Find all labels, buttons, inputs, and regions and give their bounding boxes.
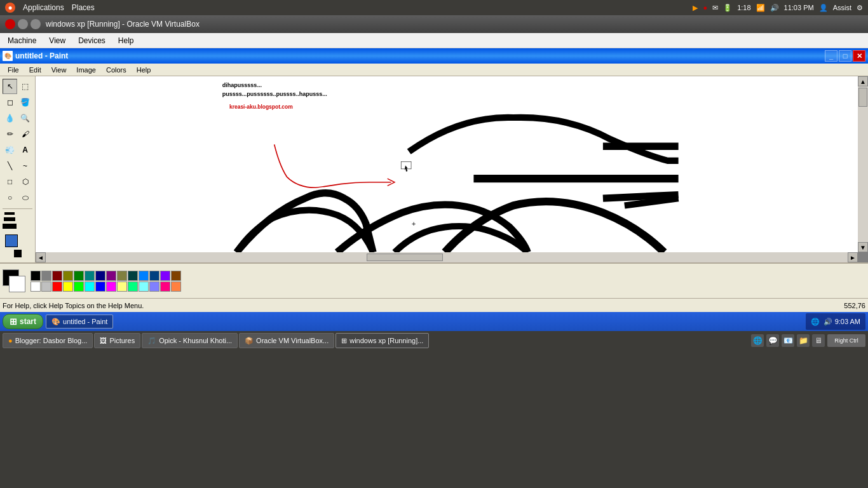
paint-menu-view[interactable]: View (46, 65, 72, 74)
taskbar-bottom-chrome[interactable]: ● Blogger: Dasbor Blog... (3, 333, 93, 348)
tool-row-2: ◻ 🪣 (3, 95, 32, 110)
tool-brush[interactable]: 🖌 (18, 126, 32, 142)
paint-menu-colors[interactable]: Colors (101, 65, 132, 74)
color-black[interactable] (31, 271, 41, 281)
scrollbar-down-button[interactable]: ▼ (858, 242, 868, 252)
tool-text[interactable]: A (18, 142, 32, 158)
color-red[interactable] (52, 281, 62, 292)
vbox-menu-machine[interactable]: Machine (3, 35, 41, 46)
vbox-close-button[interactable] (5, 19, 15, 29)
winxp-icon: ⊞ (341, 337, 347, 345)
color-light-yellow[interactable] (117, 281, 127, 292)
color-light-cyan[interactable] (139, 281, 149, 292)
color-silver[interactable] (41, 281, 51, 292)
paint-menu-image[interactable]: Image (71, 65, 101, 74)
paint-menu-help[interactable]: Help (132, 65, 156, 74)
color-orange[interactable] (171, 281, 181, 292)
color-light-green[interactable] (128, 281, 138, 292)
color-light-blue[interactable] (149, 281, 159, 292)
taskbar-bottom-vbox[interactable]: 📦 Oracle VM VirtualBox... (239, 333, 334, 348)
paint-scrollbar-vertical[interactable]: ▲ ▼ (858, 76, 868, 252)
color-yellow[interactable] (63, 281, 73, 292)
color-navy[interactable] (95, 271, 105, 281)
paint-canvas-area[interactable]: dihapusssss... pussss...pussssss..pussss… (36, 76, 868, 262)
tool-rounded-rect[interactable]: ⬭ (18, 190, 32, 205)
clock: 11:03 PM (784, 4, 814, 11)
tool-fill[interactable]: 🪣 (18, 95, 32, 110)
color-magenta[interactable] (106, 281, 116, 292)
color-dark-yellow[interactable] (117, 271, 127, 281)
tool-zoom[interactable]: 🔍 (18, 111, 32, 126)
size-options (3, 212, 32, 229)
paint-close-button[interactable]: ✕ (853, 50, 865, 62)
color-violet[interactable] (160, 271, 170, 281)
color-lime[interactable] (74, 281, 84, 292)
paint-menu-edit[interactable]: Edit (24, 65, 46, 74)
tool-curve[interactable]: ~ (18, 158, 32, 173)
background-color[interactable] (9, 276, 25, 292)
color-dark-green[interactable] (74, 271, 84, 281)
start-button[interactable]: ⊞ start (3, 314, 43, 329)
color-teal[interactable] (85, 271, 95, 281)
color-pink[interactable] (160, 281, 170, 292)
taskbar-item-label-0: untitled - Paint (63, 318, 107, 325)
tool-eraser[interactable]: ◻ (3, 95, 17, 110)
places-menu[interactable]: Places (72, 3, 95, 12)
applications-menu[interactable]: Applications (23, 3, 64, 12)
size-medium[interactable] (4, 217, 15, 221)
tool-select-free[interactable]: ⬚ (18, 79, 32, 94)
paint-toolbar: ↖ ⬚ ◻ 🪣 💧 🔍 ✏ 🖌 💨 A ╲ ~ (0, 76, 36, 262)
tool-polygon[interactable]: ⬡ (18, 174, 32, 189)
taskbar-bottom-opick[interactable]: 🎵 Opick - Khusnul Khoti... (142, 333, 238, 348)
stop-icon: ● (703, 4, 707, 11)
taskbar-item-paint[interactable]: 🎨 untitled - Paint (46, 315, 113, 329)
vbox-maximize-button[interactable] (31, 19, 41, 29)
tool-eyedrop[interactable]: 💧 (3, 111, 17, 126)
svg-text:pussss...pussssss..pussss..hap: pussss...pussssss..pussss..hapusss... (222, 91, 327, 97)
scrollbar-thumb-h[interactable] (367, 254, 443, 261)
color-blue[interactable] (95, 281, 105, 292)
vbox-menu-help[interactable]: Help (113, 35, 139, 46)
taskbar-bottom-winxp[interactable]: ⊞ windows xp [Running]... (336, 333, 429, 348)
taskbar-bottom-winxp-label: windows xp [Running]... (349, 337, 423, 344)
tool-line[interactable]: ╲ (3, 158, 17, 173)
paint-restore-button[interactable]: □ (839, 50, 851, 62)
paint-scrollbar-horizontal[interactable]: ◄ ► (36, 252, 858, 262)
audio-icon: 🎵 (147, 337, 156, 345)
vbox-menu-devices[interactable]: Devices (73, 35, 111, 46)
scrollbar-right-button[interactable]: ► (848, 252, 858, 262)
color-olive[interactable] (63, 271, 73, 281)
vbox-minimize-button[interactable] (18, 19, 28, 29)
color-purple[interactable] (106, 271, 116, 281)
tool-airbrush[interactable]: 💨 (3, 142, 17, 158)
battery-time: 1:18 (737, 4, 750, 11)
color-dark-teal[interactable] (128, 271, 138, 281)
paint-canvas[interactable]: dihapusssss... pussss...pussssss..pussss… (36, 76, 858, 252)
scrollbar-up-button[interactable]: ▲ (858, 76, 868, 86)
scrollbar-thumb-v[interactable] (858, 88, 867, 107)
color-sky-blue[interactable] (139, 271, 149, 281)
color-cyan[interactable] (85, 281, 95, 292)
tray-network-icon: 🌐 (751, 334, 764, 347)
scrollbar-left-button[interactable]: ◄ (36, 252, 46, 262)
tool-select-rect[interactable]: ↖ (3, 79, 17, 94)
color-white[interactable] (31, 281, 41, 292)
color-dark-red[interactable] (52, 271, 62, 281)
size-large[interactable] (3, 224, 17, 229)
tool-pencil[interactable]: ✏ (3, 126, 17, 142)
ubuntu-logo-icon: ● (5, 3, 15, 13)
color-dark-blue[interactable] (149, 271, 159, 281)
color-brown[interactable] (171, 271, 181, 281)
color-gray[interactable] (41, 271, 51, 281)
taskbar-bottom-pictures[interactable]: 🖼 Pictures (94, 333, 140, 348)
taskbar-bottom-pictures-label: Pictures (109, 337, 135, 344)
paint-minimize-button[interactable]: _ (825, 50, 837, 62)
tool-ellipse[interactable]: ○ (3, 190, 17, 205)
tool-options (3, 208, 32, 260)
vbox-title: windows xp [Running] - Oracle VM Virtual… (46, 20, 200, 29)
paint-statusbar: For Help, click Help Topics on the Help … (0, 298, 868, 312)
tool-rect[interactable]: □ (3, 174, 17, 189)
paint-menu-file[interactable]: File (3, 65, 24, 74)
size-small[interactable] (4, 212, 15, 215)
vbox-menu-view[interactable]: View (44, 35, 71, 46)
